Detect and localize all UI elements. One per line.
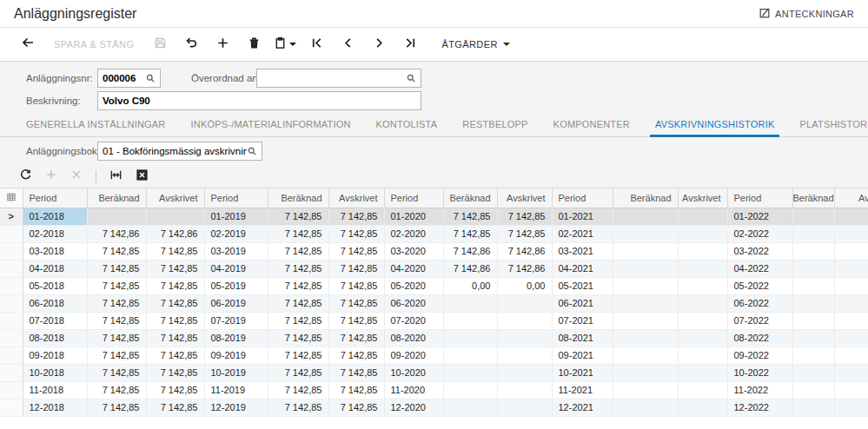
clipboard-menu-button[interactable]: [269, 31, 301, 57]
row-selector-cell[interactable]: [0, 312, 23, 329]
cell-period[interactable]: 10-2020: [384, 364, 443, 381]
cell-amount[interactable]: [613, 312, 678, 329]
cell-amount[interactable]: [678, 364, 727, 381]
row-selector-cell[interactable]: [0, 329, 23, 346]
cell-period[interactable]: 08-2019: [204, 329, 268, 346]
cell-amount[interactable]: [613, 208, 678, 225]
cell-amount[interactable]: 7 142,85: [268, 294, 328, 312]
cell-period[interactable]: 10-2021: [552, 364, 613, 381]
cell-period[interactable]: 09-2022: [727, 346, 792, 364]
cell-period[interactable]: 08-2020: [384, 329, 443, 346]
table-row[interactable]: 07-20187 142,857 142,8507-20197 142,857 …: [0, 312, 868, 329]
tab-generella-inställningar[interactable]: GENERELLA INSTÄLLNINGAR: [26, 111, 166, 136]
column-header-beräknad[interactable]: Beräknad: [87, 188, 146, 208]
cell-amount[interactable]: [678, 208, 727, 225]
cell-period[interactable]: 02-2019: [204, 225, 268, 242]
cell-period[interactable]: 07-2020: [384, 312, 443, 329]
cell-period[interactable]: 07-2021: [552, 312, 613, 329]
next-record-button[interactable]: [363, 31, 394, 57]
cell-amount[interactable]: 7 142,85: [328, 294, 384, 312]
undo-button[interactable]: [176, 31, 207, 57]
cell-period[interactable]: 01-2019: [204, 208, 268, 225]
column-header-period[interactable]: Period: [384, 188, 443, 208]
cell-amount[interactable]: [613, 346, 678, 364]
cell-period[interactable]: 09-2018: [23, 346, 87, 364]
cell-amount[interactable]: [443, 364, 497, 381]
row-selector-cell[interactable]: [0, 277, 23, 294]
cell-amount[interactable]: [678, 242, 727, 260]
column-header-beräknad[interactable]: Beräknad: [268, 188, 328, 208]
cell-period[interactable]: 03-2019: [204, 242, 268, 260]
table-row[interactable]: 06-20187 142,857 142,8506-20197 142,857 …: [0, 294, 868, 312]
cell-amount[interactable]: 7 142,85: [146, 277, 204, 294]
cell-amount[interactable]: [678, 225, 727, 242]
cell-amount[interactable]: 7 142,85: [328, 208, 384, 225]
cell-amount[interactable]: 7 142,85: [328, 329, 384, 346]
notes-button[interactable]: ANTECKNINGAR: [759, 7, 854, 21]
cell-period[interactable]: 08-2018: [23, 329, 87, 346]
cell-amount[interactable]: [678, 399, 727, 416]
cell-amount[interactable]: 7 142,85: [328, 312, 384, 329]
cell-period[interactable]: 01-2020: [384, 208, 443, 225]
cell-period[interactable]: 04-2020: [384, 260, 443, 277]
cell-amount[interactable]: 7 142,85: [146, 381, 204, 399]
cell-amount[interactable]: [613, 364, 678, 381]
cell-amount[interactable]: [834, 346, 868, 364]
cell-amount[interactable]: 7 142,85: [268, 381, 328, 399]
cell-amount[interactable]: 7 142,86: [146, 225, 204, 242]
column-header-avskrivet[interactable]: Avskrivet: [497, 188, 552, 208]
cell-amount[interactable]: 7 142,85: [328, 346, 384, 364]
cell-amount[interactable]: [443, 381, 497, 399]
cell-amount[interactable]: [613, 260, 678, 277]
column-header-period[interactable]: Period: [727, 188, 792, 208]
cell-amount[interactable]: [834, 364, 868, 381]
tab-platshistorik[interactable]: PLATSHISTORIK: [799, 111, 868, 136]
cell-amount[interactable]: 7 142,85: [87, 364, 146, 381]
tab-inköps-materialinformation[interactable]: INKÖPS-/MATERIALINFORMATION: [191, 111, 351, 136]
cell-amount[interactable]: 7 142,85: [87, 399, 146, 416]
row-selector-cell[interactable]: [0, 381, 23, 399]
cell-amount[interactable]: [613, 294, 678, 312]
cell-amount[interactable]: [613, 381, 678, 399]
cell-period[interactable]: 11-2022: [727, 381, 792, 399]
cell-amount[interactable]: [792, 381, 834, 399]
cell-period[interactable]: 02-2018: [23, 225, 87, 242]
cell-amount[interactable]: [613, 277, 678, 294]
cell-period[interactable]: 11-2018: [23, 381, 87, 399]
cell-amount[interactable]: [613, 242, 678, 260]
export-excel-button[interactable]: [136, 168, 149, 185]
cell-amount[interactable]: 7 142,85: [146, 364, 204, 381]
column-header-beräknad[interactable]: Beräknad: [613, 188, 678, 208]
cell-period[interactable]: 02-2022: [727, 225, 792, 242]
cell-period[interactable]: 06-2018: [23, 294, 87, 312]
cell-period[interactable]: 05-2022: [727, 277, 792, 294]
cell-period[interactable]: 04-2021: [552, 260, 613, 277]
cell-period[interactable]: 05-2020: [384, 277, 443, 294]
cell-amount[interactable]: 7 142,85: [146, 399, 204, 416]
cell-amount[interactable]: [678, 312, 727, 329]
cell-amount[interactable]: [834, 242, 868, 260]
cell-period[interactable]: 04-2018: [23, 260, 87, 277]
cell-amount[interactable]: [146, 208, 204, 225]
row-selector-cell[interactable]: [0, 399, 23, 416]
cell-period[interactable]: 12-2022: [727, 399, 792, 416]
cell-amount[interactable]: [678, 346, 727, 364]
save-button[interactable]: [144, 31, 176, 57]
cell-amount[interactable]: [443, 346, 497, 364]
cell-amount[interactable]: 7 142,85: [268, 329, 328, 346]
cell-period[interactable]: 04-2022: [727, 260, 792, 277]
cell-amount[interactable]: 7 142,86: [497, 242, 552, 260]
cell-amount[interactable]: [834, 208, 868, 225]
cell-amount[interactable]: 7 142,85: [87, 260, 146, 277]
cell-period[interactable]: 07-2022: [727, 312, 792, 329]
column-header-period[interactable]: Period: [23, 188, 87, 208]
cell-amount[interactable]: [678, 260, 727, 277]
tab-restbelopp[interactable]: RESTBELOPP: [462, 111, 527, 136]
cell-amount[interactable]: 7 142,85: [87, 294, 146, 312]
cell-amount[interactable]: 7 142,85: [87, 312, 146, 329]
cell-amount[interactable]: [678, 277, 727, 294]
cell-amount[interactable]: [497, 329, 552, 346]
cell-period[interactable]: 08-2022: [727, 329, 792, 346]
cell-amount[interactable]: [834, 329, 868, 346]
cell-amount[interactable]: [678, 329, 727, 346]
